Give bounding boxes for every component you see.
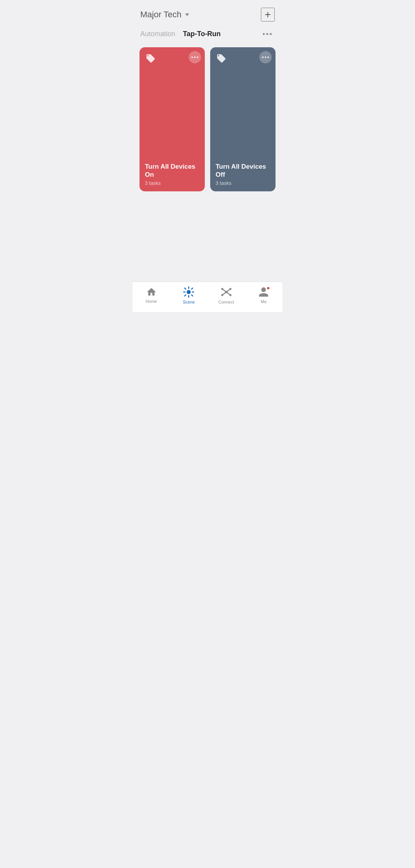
- nav-item-scene[interactable]: Scene: [170, 286, 208, 304]
- nav-item-me[interactable]: Me: [245, 286, 283, 304]
- tab-bar: Automation Tap-To-Run: [133, 25, 282, 44]
- tab-automation[interactable]: Automation: [140, 28, 175, 40]
- card-off-title: Turn All Devices Off: [216, 163, 270, 179]
- svg-line-17: [226, 292, 231, 295]
- card-off-menu-button[interactable]: [259, 51, 272, 63]
- me-notification-badge: [266, 286, 270, 290]
- tab-tap-to-run[interactable]: Tap-To-Run: [183, 28, 221, 40]
- svg-line-5: [185, 288, 186, 289]
- app-title: Major Tech: [140, 10, 181, 20]
- tag-icon-on: [146, 53, 156, 65]
- svg-line-8: [185, 295, 186, 296]
- connect-icon: [220, 286, 232, 298]
- dropdown-arrow-icon: [185, 13, 189, 16]
- tab-more-button[interactable]: [260, 32, 275, 37]
- card-on-subtitle: 3 tasks: [145, 180, 199, 186]
- dot-1: [263, 33, 265, 35]
- me-icon: [258, 286, 269, 298]
- card-turn-all-off[interactable]: Turn All Devices Off 3 tasks: [210, 47, 276, 191]
- main-content-area: [133, 199, 282, 282]
- card-on-title: Turn All Devices On: [145, 163, 199, 179]
- nav-item-home[interactable]: Home: [133, 287, 170, 304]
- svg-line-7: [192, 288, 193, 289]
- three-dots-icon: [263, 33, 272, 35]
- card-turn-all-on[interactable]: Turn All Devices On 3 tasks: [139, 47, 205, 191]
- nav-label-connect: Connect: [218, 300, 234, 304]
- nav-label-scene: Scene: [183, 300, 195, 304]
- card-off-subtitle: 3 tasks: [216, 180, 270, 186]
- plus-icon: +: [265, 9, 271, 20]
- header-title-group[interactable]: Major Tech: [140, 10, 189, 20]
- card-on-menu-button[interactable]: [189, 51, 201, 63]
- dot-3: [270, 33, 272, 35]
- nav-label-me: Me: [261, 299, 267, 304]
- cards-grid: Turn All Devices On 3 tasks Turn All Dev…: [133, 44, 282, 199]
- svg-point-0: [187, 290, 191, 294]
- dot-2: [266, 33, 268, 35]
- nav-item-connect[interactable]: Connect: [208, 286, 245, 304]
- home-icon: [146, 287, 157, 297]
- tag-icon-off: [216, 53, 226, 65]
- add-button[interactable]: +: [261, 8, 275, 22]
- scene-icon: [183, 286, 195, 298]
- svg-line-15: [226, 289, 231, 292]
- app-header: Major Tech +: [133, 0, 282, 25]
- svg-line-14: [222, 289, 226, 292]
- bottom-nav: Home Scene: [133, 282, 282, 312]
- svg-line-16: [222, 292, 226, 295]
- nav-label-home: Home: [146, 299, 157, 304]
- svg-line-6: [192, 295, 193, 296]
